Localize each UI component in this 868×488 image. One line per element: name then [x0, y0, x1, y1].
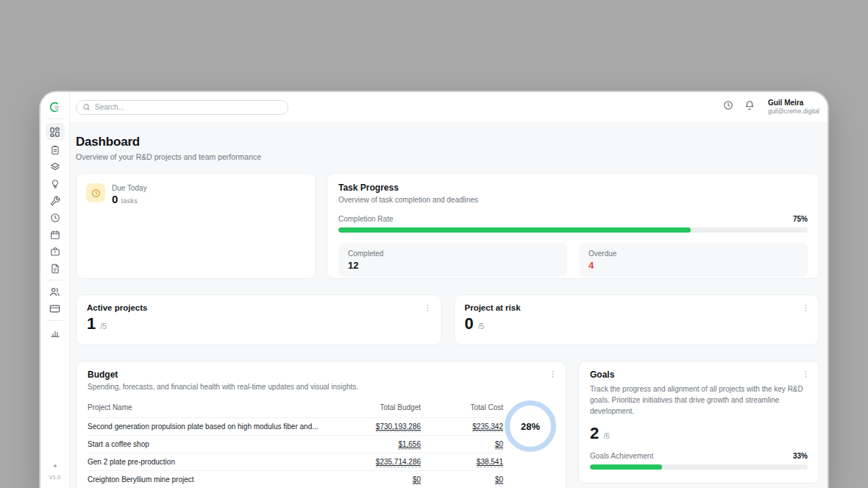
goals-achievement-value: 33%	[793, 452, 808, 460]
budget-subtitle: Spending, forecasts, and financial healt…	[88, 383, 555, 391]
goals-progress-bar	[590, 464, 808, 470]
user-email: guil@creme.digital	[768, 107, 819, 116]
row-budget-goals: Budget Spending, forecasts, and financia…	[76, 361, 819, 488]
total-budget-cell-value[interactable]: $1,656	[398, 440, 421, 450]
completion-bar-fill	[338, 227, 691, 233]
bar-chart-icon	[50, 328, 60, 338]
sidebar-item-projects[interactable]	[46, 159, 65, 174]
user-name: Guil Meira	[768, 98, 819, 107]
sidebar-item-dashboard[interactable]	[46, 123, 65, 141]
layers-icon	[50, 162, 60, 172]
total-cost-cell-value[interactable]: $0	[495, 440, 503, 450]
sidebar-divider	[47, 280, 63, 280]
kebab-menu-icon[interactable]	[547, 368, 558, 380]
due-today-text: Due Today 0 tasks	[112, 183, 147, 205]
project-name-cell: Gen 2 plate pre-production	[88, 458, 325, 466]
topbar: Guil Meira guil@creme.digital	[70, 92, 828, 123]
col-total-budget: Total Budget	[325, 403, 421, 411]
kebab-menu-icon[interactable]	[800, 302, 811, 314]
sidebar-item-portfolio[interactable]	[46, 244, 65, 259]
col-total-cost: Total Cost	[421, 403, 503, 411]
project-at-risk-total: /5	[478, 322, 484, 330]
page-title: Dashboard	[76, 135, 819, 149]
app-version: V1.0	[49, 474, 60, 481]
app-logo[interactable]	[46, 99, 65, 115]
task-progress-subtitle: Overview of task completion and deadline…	[338, 196, 808, 204]
budget-table-row: Creighton Beryllium mine project$0$0	[88, 470, 503, 488]
total-cost-cell-value[interactable]: $235,342	[472, 422, 503, 432]
budget-table-row: Gen 2 plate pre-production$235,714.286$3…	[88, 453, 503, 470]
sidebar-item-documents[interactable]	[46, 261, 65, 276]
total-budget-cell: $235,714.286	[325, 458, 421, 466]
total-budget-cell: $0	[325, 475, 421, 484]
total-cost-cell: $235,342	[421, 422, 503, 431]
total-cost-cell-value[interactable]: $38,541	[477, 458, 503, 467]
total-cost-cell: $38,541	[421, 458, 503, 466]
task-progress-panels: Completed 12 Overdue 4	[338, 243, 808, 277]
users-icon	[49, 286, 60, 297]
total-cost-cell: $0	[421, 440, 503, 448]
clipboard-icon	[50, 145, 60, 155]
project-name-cell: Start a coffee shop	[88, 440, 325, 448]
completion-rate-value: 75%	[793, 215, 808, 223]
active-projects-value: 1 /5	[87, 316, 431, 332]
project-at-risk-value: 0 /5	[465, 316, 809, 332]
total-budget-cell-value[interactable]: $730,193.286	[376, 422, 421, 432]
total-cost-cell: $0	[421, 475, 503, 484]
user-menu[interactable]: Guil Meira guil@creme.digital	[768, 98, 819, 116]
total-budget-cell-value[interactable]: $0	[413, 475, 421, 485]
budget-table-header: Project Name Total Budget Total Cost	[88, 401, 503, 417]
active-projects-card: Active projects 1 /5	[76, 294, 442, 345]
total-cost-cell-value[interactable]: $0	[495, 475, 503, 485]
goals-achievement-label: Goals Achievement	[590, 452, 653, 460]
sidebar-item-analytics[interactable]	[46, 325, 65, 340]
sidebar-item-calendar[interactable]	[46, 227, 65, 242]
total-budget-cell: $1,656	[325, 440, 421, 448]
search-input[interactable]	[95, 103, 282, 111]
task-progress-title: Task Progress	[338, 183, 808, 193]
budget-table-row: Second generation propulsion plate based…	[88, 417, 503, 435]
sidebar-item-billing[interactable]	[46, 301, 65, 317]
budget-donut: 28%	[505, 400, 556, 452]
bell-icon[interactable]	[744, 100, 755, 113]
project-name-cell: Creighton Beryllium mine project	[88, 475, 325, 484]
budget-table-row: Start a coffee shop$1,656$0	[88, 435, 503, 453]
goals-achievement-row: Goals Achievement 33%	[590, 452, 808, 460]
clock-icon	[50, 213, 60, 223]
budget-card: Budget Spending, forecasts, and financia…	[76, 361, 566, 488]
sidebar-item-ideas[interactable]	[46, 176, 65, 191]
app-window: V1.0	[40, 92, 828, 488]
completed-panel: Completed 12	[338, 243, 567, 277]
due-today-clock-icon	[86, 183, 105, 202]
sidebar-item-tools[interactable]	[46, 193, 65, 208]
goals-description: Track the progress and alignment of all …	[590, 383, 808, 417]
row-overview: Due Today 0 tasks Task Progress Overview…	[76, 173, 819, 279]
overdue-panel: Overdue 4	[579, 243, 808, 277]
due-today-label: Due Today	[112, 184, 147, 192]
creme-logo-icon	[49, 101, 61, 113]
briefcase-icon	[50, 247, 60, 257]
document-icon	[50, 264, 60, 274]
sidebar-item-team[interactable]	[46, 284, 65, 300]
sidebar-item-time[interactable]	[46, 210, 65, 225]
page-subtitle: Overview of your R&D projects and team p…	[76, 152, 819, 161]
goals-bar-fill	[590, 464, 662, 470]
budget-title: Budget	[88, 369, 555, 380]
completed-label: Completed	[348, 250, 558, 258]
sidebar: V1.0	[40, 92, 70, 488]
kebab-menu-icon[interactable]	[422, 302, 434, 314]
budget-table-body: Second generation propulsion plate based…	[88, 417, 503, 488]
search-icon	[82, 101, 90, 114]
search-box[interactable]	[76, 100, 288, 115]
active-projects-title: Active projects	[87, 303, 431, 312]
overdue-label: Overdue	[588, 250, 798, 258]
due-today-card: Due Today 0 tasks	[76, 173, 316, 279]
total-budget-cell-value[interactable]: $235,714.286	[376, 458, 421, 467]
history-icon[interactable]	[723, 100, 733, 113]
budget-donut-pct: 28%	[521, 421, 540, 432]
kebab-menu-icon[interactable]	[800, 368, 811, 380]
status-dot	[54, 464, 57, 467]
due-today-value: 0 tasks	[112, 193, 147, 205]
sidebar-item-tasks[interactable]	[46, 142, 65, 158]
goals-total: /6	[603, 432, 609, 440]
